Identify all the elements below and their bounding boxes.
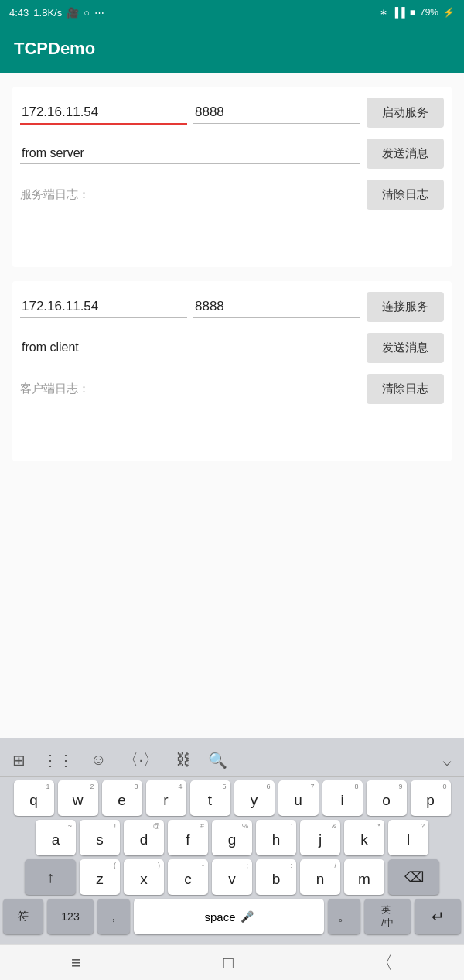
client-clear-button[interactable]: 清除日志 bbox=[367, 374, 444, 404]
server-log-label: 服务端日志： bbox=[20, 187, 90, 202]
server-clear-button[interactable]: 清除日志 bbox=[367, 180, 444, 210]
wifi-icon: ■ bbox=[410, 7, 415, 18]
period-key[interactable]: 。 bbox=[328, 899, 360, 934]
fu-key[interactable]: 符 bbox=[3, 899, 43, 934]
code-icon[interactable]: 〈∙〉 bbox=[123, 749, 159, 770]
kb-toolbar-icons: ⊞ ⋮⋮ ☺ 〈∙〉 ⛓ 🔍 bbox=[12, 749, 227, 770]
client-section: 连接服务 发送消息 客户端日志： 清除日志 bbox=[12, 281, 452, 461]
num123-key[interactable]: 123 bbox=[47, 899, 94, 934]
battery-icon: ⚡ bbox=[443, 7, 455, 18]
server-port-input[interactable] bbox=[193, 101, 360, 124]
client-message-row: 发送消息 bbox=[20, 333, 444, 363]
server-log-row: 服务端日志： 清除日志 bbox=[20, 180, 444, 210]
key-h[interactable]: 'h bbox=[256, 820, 296, 855]
client-log-area bbox=[20, 407, 444, 451]
key-row-1: 1q 2w 3e 4r 5t 6y 7u 8i bbox=[3, 780, 461, 816]
client-send-button[interactable]: 发送消息 bbox=[367, 333, 444, 363]
main-content: 启动服务 发送消息 服务端日志： 清除日志 连接服务 发送消息 客户端日志： bbox=[0, 73, 464, 738]
bottom-nav: ≡ □ 〈 bbox=[0, 944, 464, 980]
server-log-area bbox=[20, 213, 444, 256]
key-q[interactable]: 1q bbox=[14, 780, 54, 816]
key-i[interactable]: 8i bbox=[322, 780, 363, 816]
keyboard-toolbar: ⊞ ⋮⋮ ☺ 〈∙〉 ⛓ 🔍 ⌵ bbox=[0, 743, 464, 777]
key-row-3: ↑ (z )x -c ;v :b /n m ⌫ bbox=[3, 859, 461, 895]
nav-home-icon[interactable]: □ bbox=[223, 953, 234, 973]
emoji-icon[interactable]: ☺ bbox=[90, 751, 106, 769]
key-y[interactable]: 6y bbox=[234, 780, 275, 816]
key-c[interactable]: -c bbox=[168, 859, 208, 895]
key-k[interactable]: *k bbox=[344, 820, 384, 855]
key-z[interactable]: (z bbox=[80, 859, 120, 895]
key-u[interactable]: 7u bbox=[278, 780, 319, 816]
shift-key[interactable]: ↑ bbox=[25, 859, 76, 895]
key-row-2: ~a !s @d #f %g 'h &j *k bbox=[3, 820, 461, 855]
key-g[interactable]: %g bbox=[212, 820, 252, 855]
key-v[interactable]: ;v bbox=[212, 859, 252, 895]
key-e[interactable]: 3e bbox=[102, 780, 142, 816]
keyboard-keys: 1q 2w 3e 4r 5t 6y 7u 8i bbox=[0, 777, 464, 934]
key-a[interactable]: ~a bbox=[36, 820, 76, 855]
key-t[interactable]: 5t bbox=[190, 780, 230, 816]
status-speed: 1.8K/s bbox=[33, 7, 62, 19]
video-icon: 🎥 bbox=[67, 7, 79, 19]
key-f[interactable]: #f bbox=[168, 820, 208, 855]
key-w[interactable]: 2w bbox=[58, 780, 98, 816]
key-r[interactable]: 4r bbox=[146, 780, 186, 816]
client-message-input[interactable] bbox=[20, 338, 360, 358]
nav-back-icon[interactable]: 〈 bbox=[376, 951, 393, 975]
enter-key[interactable]: ↵ bbox=[415, 899, 461, 934]
key-n[interactable]: /n bbox=[300, 859, 340, 895]
server-message-input[interactable] bbox=[20, 143, 360, 164]
link-icon[interactable]: ⛓ bbox=[176, 751, 191, 769]
client-ip-input[interactable] bbox=[20, 296, 187, 318]
app-bar: TCPDemo bbox=[0, 25, 464, 73]
key-p[interactable]: 0p bbox=[411, 780, 451, 816]
key-m[interactable]: m bbox=[344, 859, 384, 895]
status-bar: 4:43 1.8K/s 🎥 ○ ⋯ ∗ ▐▐ ■ 79% ⚡ bbox=[0, 0, 464, 25]
key-d[interactable]: @d bbox=[124, 820, 164, 855]
key-row-4: 符 123 ， space 🎤 。 英/中 ↵ bbox=[3, 899, 461, 934]
key-o[interactable]: 9o bbox=[367, 780, 407, 816]
client-port-input[interactable] bbox=[193, 296, 360, 318]
client-log-row: 客户端日志： 清除日志 bbox=[20, 374, 444, 404]
key-b[interactable]: :b bbox=[256, 859, 296, 895]
space-key[interactable]: space 🎤 bbox=[134, 899, 324, 934]
server-ip-input[interactable] bbox=[20, 101, 187, 125]
start-server-button[interactable]: 启动服务 bbox=[367, 98, 444, 128]
delete-key[interactable]: ⌫ bbox=[388, 859, 439, 895]
lang-switch-key[interactable]: 英/中 bbox=[364, 899, 411, 934]
key-s[interactable]: !s bbox=[80, 820, 120, 855]
battery-text: 79% bbox=[420, 7, 438, 18]
signal-icon: ▐▐ bbox=[392, 7, 405, 18]
connect-server-button[interactable]: 连接服务 bbox=[367, 292, 444, 322]
collapse-keyboard-icon[interactable]: ⌵ bbox=[442, 751, 452, 769]
server-ip-row: 启动服务 bbox=[20, 98, 444, 128]
client-ip-row: 连接服务 bbox=[20, 292, 444, 322]
nav-menu-icon[interactable]: ≡ bbox=[71, 953, 81, 973]
app-title: TCPDemo bbox=[14, 39, 95, 59]
client-log-label: 客户端日志： bbox=[20, 382, 90, 396]
status-left: 4:43 1.8K/s 🎥 ○ ⋯ bbox=[9, 7, 104, 19]
grid-icon[interactable]: ⊞ bbox=[12, 751, 26, 769]
server-message-row: 发送消息 bbox=[20, 139, 444, 169]
dots-icon: ⋯ bbox=[94, 7, 104, 19]
key-j[interactable]: &j bbox=[300, 820, 340, 855]
status-right: ∗ ▐▐ ■ 79% ⚡ bbox=[380, 7, 455, 18]
server-send-button[interactable]: 发送消息 bbox=[367, 139, 444, 169]
apps-icon[interactable]: ⋮⋮ bbox=[43, 751, 73, 769]
key-l[interactable]: ?l bbox=[388, 820, 428, 855]
search-icon[interactable]: 🔍 bbox=[208, 751, 227, 769]
keyboard-container: ⊞ ⋮⋮ ☺ 〈∙〉 ⛓ 🔍 ⌵ 1q 2w 3e 4r 5t bbox=[0, 738, 464, 944]
server-section: 启动服务 发送消息 服务端日志： 清除日志 bbox=[12, 87, 452, 267]
circle-icon: ○ bbox=[84, 7, 90, 19]
comma-key[interactable]: ， bbox=[97, 899, 130, 934]
status-time: 4:43 bbox=[9, 7, 29, 19]
bluetooth-icon: ∗ bbox=[380, 7, 387, 18]
key-x[interactable]: )x bbox=[124, 859, 164, 895]
